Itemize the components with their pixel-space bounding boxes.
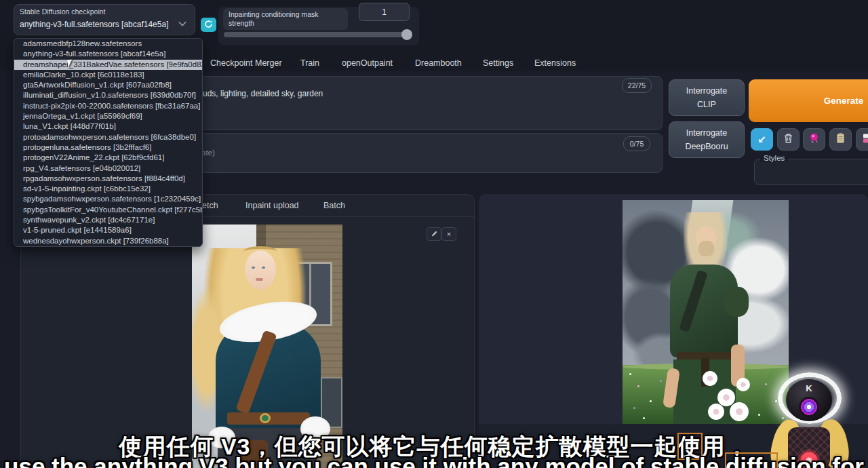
buckle-shape [260,413,271,423]
edit-image-button[interactable] [427,227,441,241]
avatar-letter: K [786,383,832,393]
subtitle-en-part2: sion for [777,453,864,468]
chevron-down-icon [178,17,186,29]
headband-shape [243,246,277,257]
tab-checkpoint-merger[interactable]: Checkpoint Merger [210,58,282,68]
negative-prompt-placeholder: ate) [201,149,215,157]
eye-shape [262,267,265,269]
tab-train[interactable]: Train [300,58,319,68]
mouse-cursor [67,60,73,68]
flower-shape [703,371,717,386]
avatar-eye [799,397,819,417]
interrogate-deepbooru-button[interactable]: Interrogate DeepBooru [669,121,745,158]
checkpoint-option[interactable]: protogenV22Anime_22.ckpt [62bf9cfd61] [14,153,202,163]
checkpoint-option[interactable]: luna_V1.ckpt [448d77f01b] [14,121,202,132]
subtitle-line-en: use the anything V3 but you can use it w… [0,453,868,468]
avatar-head: K [786,379,832,421]
flower-shape [736,378,750,391]
styles-select[interactable] [754,159,868,185]
checkpoint-option[interactable]: jennaOrtega_v1.ckpt [a55969cf69] [14,111,202,121]
checkpoint-option[interactable]: v1-5-pruned.ckpt [e1441589a6] [14,225,202,235]
mask-strength-value[interactable]: 1 [359,3,410,21]
checkpoint-value: anything-v3-full.safetensors [abcaf14e5a… [20,20,168,29]
lips-shape [256,278,263,281]
checkpoint-option[interactable]: protoadamsohwxperson.safetensors [6fca38… [14,132,202,142]
prompt-text: uds, lighting, detailed sky, garden [203,89,323,98]
subtitle-en-highlight: diffu [726,453,777,468]
pencil-icon [431,230,438,239]
tab-extensions[interactable]: Extensions [534,58,576,68]
checkpoint-dropdown-list: adamsmedbfp128new.safetensors anything-v… [14,38,203,247]
subtitle-en-part1: use the anything V3 but you can use it w… [4,453,726,468]
flower-dots-shape [629,373,631,375]
mask-strength-group: Inpainting conditioning mask strength 1 [218,7,419,45]
man-beard-shape [698,241,714,256]
interrogate-clip-button[interactable]: Interrogate CLIP [669,79,745,116]
flower-shape [708,404,724,420]
tab-settings[interactable]: Settings [483,58,513,68]
tab-openoutpaint[interactable]: openOutpaint [342,58,393,68]
tab-batch[interactable]: Batch [323,201,345,210]
checkpoint-option[interactable]: sd-v1-5-inpainting.ckpt [c6bbc15e32] [14,184,202,194]
checkpoint-label: Stable Diffusion checkpoint [20,7,105,16]
tab-dreambooth[interactable]: Dreambooth [415,58,462,68]
checkpoint-option[interactable]: adamsmedbfp128new.safetensors [14,39,202,49]
sleeve-shape [724,287,749,317]
checkpoint-option-highlighted[interactable]: dreamshaper_331BakedVae.safetensors [9e9… [14,60,202,70]
negative-token-counter: 0/75 [623,136,650,151]
flower-shape [717,389,735,406]
checkpoint-option[interactable]: rpgadamsohwxperson.safetensors [f884c4ff… [14,174,202,184]
paste-parameters-button[interactable]: ↙ [751,128,773,151]
clear-prompt-button[interactable] [777,128,800,151]
mask-strength-slider[interactable] [224,32,411,37]
checkpoint-option[interactable]: protogenluna.safetensors [3b2fffacf6] [14,142,202,153]
refresh-checkpoints-button[interactable] [201,18,216,32]
flower-shape [730,402,749,421]
close-icon: × [447,230,451,238]
checkpoint-option[interactable]: illuminati_diffusion_v1.0.safetensors [6… [14,90,202,100]
checkpoint-option[interactable]: anything-v3-full.safetensors [abcaf14e5a… [14,49,202,59]
trash-icon [783,133,793,147]
app-window: 22/75 uds, lighting, detailed sky, garde… [0,0,868,468]
checkpoint-option[interactable]: synthwavepunk_v2.ckpt [dc4c67171e] [14,215,202,225]
generate-button[interactable]: Generate [749,79,868,122]
checkpoint-option[interactable]: spybgadamsohwxperson.safetensors [1c2320… [14,194,202,204]
checkpoint-option[interactable]: spybgsToolkitFor_v40YoutubeChannel.ckpt … [14,205,202,215]
remove-image-button[interactable]: × [441,227,456,241]
styles-palette-button[interactable] [803,128,825,151]
checkpoint-option[interactable]: wednesdayohwxperson.ckpt [739f26b88a] [14,236,202,246]
tab-inpaint-sketch[interactable]: etch [202,201,218,210]
palette-icon [808,132,820,147]
mask-strength-label: Inpainting conditioning mask strength [223,8,348,30]
checkpoint-option[interactable]: instruct-pix2pix-00-22000.safetensors [f… [14,101,202,111]
eye-shape [252,267,255,269]
checkpoint-option[interactable]: emiliaClarke_10.ckpt [6c0118e183] [14,70,202,80]
checkpoint-option[interactable]: gta5ArtworkDiffusion_v1.ckpt [607aa02fb8… [14,80,202,90]
paste-arrow-icon: ↙ [757,134,766,146]
prompt-token-counter: 22/75 [622,78,652,93]
slider-handle[interactable] [401,29,412,40]
apply-styles-button[interactable] [829,128,852,151]
refresh-icon [204,19,213,31]
styles-label: Styles [760,154,788,162]
checkpoint-option[interactable]: rpg_V4.safetensors [e04b020012] [14,163,202,174]
clipboard-icon [835,132,846,147]
tab-inpaint-upload[interactable]: Inpaint upload [245,201,299,210]
save-icon [862,133,868,147]
save-style-button[interactable] [856,128,868,151]
result-image[interactable] [623,200,789,424]
checkpoint-dropdown[interactable]: Stable Diffusion checkpoint anything-v3-… [14,4,195,35]
